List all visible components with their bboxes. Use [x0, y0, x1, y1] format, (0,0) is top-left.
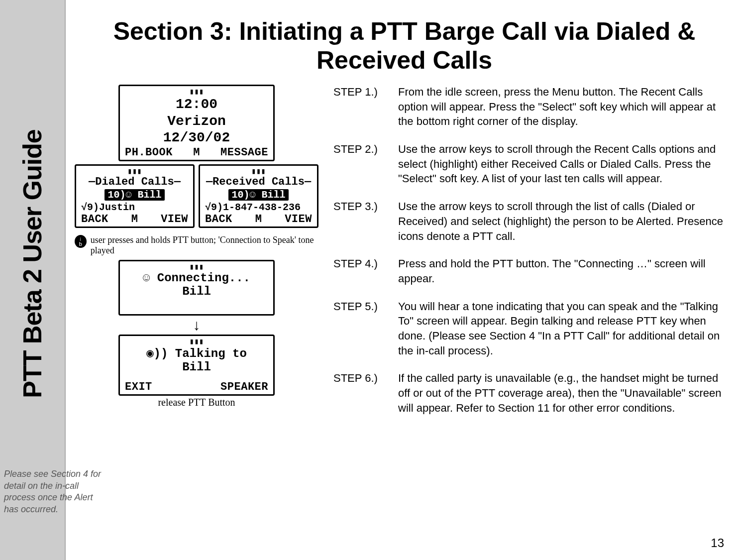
- phone-dialed-calls: ▮▮▮ —Dialed Calls— 10)☺ Bill √9)Justin B…: [75, 164, 195, 228]
- step-label: STEP 3.): [333, 199, 398, 243]
- softkey-speaker[interactable]: SPEAKER: [220, 381, 268, 393]
- step-text: You will hear a tone indicating that you…: [398, 299, 729, 358]
- step-2: STEP 2.) Use the arrow keys to scroll th…: [333, 142, 729, 186]
- softkey-menu[interactable]: M: [193, 146, 200, 159]
- softkey-back[interactable]: BACK: [205, 213, 232, 225]
- list-item[interactable]: 10)☺ Bill: [105, 189, 164, 201]
- step-6: STEP 6.) If the called party is unavaila…: [333, 371, 729, 415]
- step-label: STEP 2.): [333, 142, 398, 186]
- softkey-menu[interactable]: M: [131, 213, 138, 225]
- step-label: STEP 4.): [333, 256, 398, 286]
- idle-time: 12:00: [122, 96, 271, 113]
- press-ptt-note: ↓b user presses and holds PTT button; 'C…: [75, 235, 318, 256]
- page-number: 13: [711, 536, 724, 550]
- idle-date: 12/30/02: [122, 129, 271, 146]
- softkey-menu[interactable]: M: [255, 213, 262, 225]
- step-3: STEP 3.) Use the arrow keys to scroll th…: [333, 199, 729, 243]
- signal-icon: ▮▮▮: [78, 168, 191, 176]
- step-text: Press and hold the PTT button. The "Conn…: [398, 256, 729, 286]
- step-text: From the idle screen, press the Menu but…: [398, 85, 729, 129]
- step-4: STEP 4.) Press and hold the PTT button. …: [333, 256, 729, 286]
- list-item[interactable]: √9)1-847-438-236: [202, 202, 315, 213]
- phone-idle-screen: ▮▮▮ 12:00 Verizon 12/30/02 PH.BOOK M MES…: [118, 85, 275, 161]
- release-caption: release PTT Button: [75, 397, 318, 408]
- phone-talking: ▮▮▮ ◉)) Talking to Bill EXIT SPEAKER: [118, 335, 275, 396]
- softkey-phbook[interactable]: PH.BOOK: [125, 146, 173, 159]
- sidebar-title: PTT Beta 2 User Guide: [17, 129, 47, 398]
- talking-line2: Bill: [122, 360, 271, 374]
- connecting-line2: Bill: [122, 285, 271, 298]
- page-title: Section 3: Initiating a PTT Barge Call v…: [75, 17, 734, 75]
- step-text: Use the arrow keys to scroll through the…: [398, 142, 729, 186]
- main: Section 3: Initiating a PTT Barge Call v…: [75, 17, 734, 428]
- graphic-column: ▮▮▮ 12:00 Verizon 12/30/02 PH.BOOK M MES…: [75, 85, 318, 428]
- idle-carrier: Verizon: [122, 113, 271, 130]
- list-item[interactable]: 10)☺ Bill: [228, 189, 288, 201]
- softkey-view[interactable]: VIEW: [285, 213, 312, 225]
- press-note-text: user presses and holds PTT button; 'Conn…: [91, 235, 318, 256]
- softkey-exit[interactable]: EXIT: [125, 381, 152, 393]
- phone-connecting: ▮▮▮ ☺ Connecting... Bill: [118, 260, 275, 316]
- step-label: STEP 5.): [333, 299, 398, 358]
- step-text: If the called party is unavailable (e.g.…: [398, 371, 729, 415]
- received-header: —Received Calls—: [202, 176, 315, 188]
- speaker-icon: ◉)): [146, 347, 175, 360]
- step-text: Use the arrow keys to scroll through the…: [398, 199, 729, 243]
- signal-icon: ▮▮▮: [122, 263, 271, 271]
- sidebar-note: Please see Section 4 for detail on the i…: [4, 468, 104, 515]
- steps-column: STEP 1.) From the idle screen, press the…: [333, 85, 734, 428]
- signal-icon: ▮▮▮: [122, 88, 271, 96]
- talking-line1: Talking to: [175, 347, 247, 360]
- connecting-line1: ☺ Connecting...: [122, 271, 271, 285]
- arrow-down-icon: ↓: [75, 318, 318, 333]
- signal-icon: ▮▮▮: [202, 168, 315, 176]
- softkey-view[interactable]: VIEW: [161, 213, 188, 225]
- sidebar: PTT Beta 2 User Guide Please see Section…: [0, 0, 66, 560]
- step-5: STEP 5.) You will hear a tone indicating…: [333, 299, 729, 358]
- step-label: STEP 6.): [333, 371, 398, 415]
- list-item[interactable]: √9)Justin: [78, 202, 191, 213]
- dialed-header: —Dialed Calls—: [78, 176, 191, 188]
- step-label: STEP 1.): [333, 85, 398, 129]
- step-1: STEP 1.) From the idle screen, press the…: [333, 85, 729, 129]
- softkey-back[interactable]: BACK: [81, 213, 108, 225]
- signal-icon: ▮▮▮: [122, 338, 271, 346]
- ptt-icon: ↓b: [75, 235, 87, 248]
- phone-received-calls: ▮▮▮ —Received Calls— 10)☺ Bill √9)1-847-…: [199, 164, 318, 228]
- softkey-message[interactable]: MESSAGE: [220, 146, 268, 159]
